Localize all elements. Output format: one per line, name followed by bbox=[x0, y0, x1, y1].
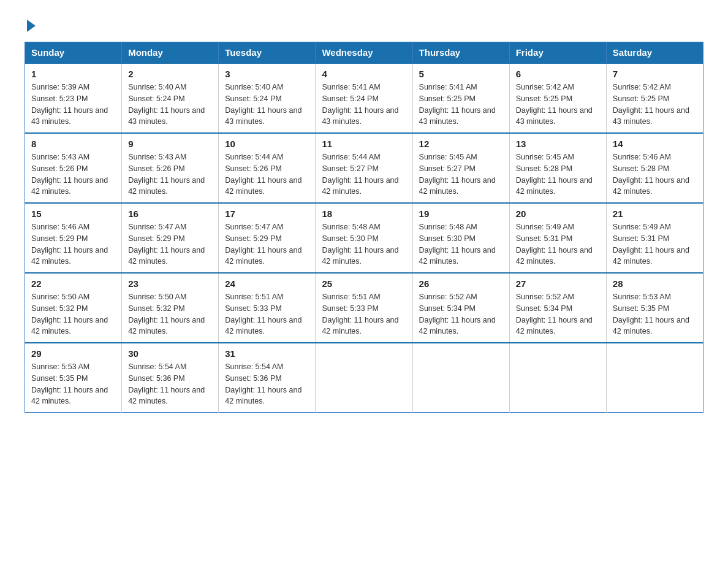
day-number: 26 bbox=[419, 278, 503, 289]
day-number: 14 bbox=[613, 139, 697, 149]
header-thursday: Thursday bbox=[412, 42, 509, 64]
day-number: 29 bbox=[31, 348, 115, 359]
day-number: 21 bbox=[613, 209, 697, 219]
calendar-day-cell: 26 Sunrise: 5:52 AM Sunset: 5:34 PM Dayl… bbox=[412, 273, 509, 343]
calendar-day-cell: 1 Sunrise: 5:39 AM Sunset: 5:23 PM Dayli… bbox=[25, 63, 122, 133]
calendar-week-row: 1 Sunrise: 5:39 AM Sunset: 5:23 PM Dayli… bbox=[25, 63, 703, 133]
day-info: Sunrise: 5:43 AM Sunset: 5:26 PM Dayligh… bbox=[128, 151, 212, 197]
day-info: Sunrise: 5:46 AM Sunset: 5:29 PM Dayligh… bbox=[31, 221, 115, 267]
header-wednesday: Wednesday bbox=[316, 42, 412, 64]
calendar-day-cell: 21 Sunrise: 5:49 AM Sunset: 5:31 PM Dayl… bbox=[606, 203, 703, 273]
day-info: Sunrise: 5:39 AM Sunset: 5:23 PM Dayligh… bbox=[31, 82, 115, 128]
calendar-day-cell bbox=[509, 343, 606, 413]
calendar-day-cell bbox=[412, 343, 509, 413]
day-info: Sunrise: 5:49 AM Sunset: 5:31 PM Dayligh… bbox=[516, 221, 600, 267]
day-info: Sunrise: 5:54 AM Sunset: 5:36 PM Dayligh… bbox=[128, 361, 212, 407]
calendar-day-cell: 23 Sunrise: 5:50 AM Sunset: 5:32 PM Dayl… bbox=[122, 273, 219, 343]
day-number: 1 bbox=[31, 69, 115, 79]
day-info: Sunrise: 5:41 AM Sunset: 5:24 PM Dayligh… bbox=[322, 82, 406, 128]
calendar-day-cell: 24 Sunrise: 5:51 AM Sunset: 5:33 PM Dayl… bbox=[219, 273, 316, 343]
day-info: Sunrise: 5:40 AM Sunset: 5:24 PM Dayligh… bbox=[225, 82, 309, 128]
day-number: 9 bbox=[128, 139, 212, 149]
day-number: 11 bbox=[322, 139, 406, 149]
day-number: 23 bbox=[128, 278, 212, 289]
day-number: 25 bbox=[322, 278, 406, 289]
day-info: Sunrise: 5:50 AM Sunset: 5:32 PM Dayligh… bbox=[31, 291, 115, 337]
calendar-table: Sunday Monday Tuesday Wednesday Thursday… bbox=[25, 42, 703, 413]
day-number: 20 bbox=[516, 209, 600, 219]
day-info: Sunrise: 5:52 AM Sunset: 5:34 PM Dayligh… bbox=[419, 291, 503, 337]
day-number: 8 bbox=[31, 139, 115, 149]
calendar-day-cell: 7 Sunrise: 5:42 AM Sunset: 5:25 PM Dayli… bbox=[606, 63, 703, 133]
calendar-day-cell: 25 Sunrise: 5:51 AM Sunset: 5:33 PM Dayl… bbox=[316, 273, 412, 343]
calendar-day-cell: 29 Sunrise: 5:53 AM Sunset: 5:35 PM Dayl… bbox=[25, 343, 122, 413]
calendar-day-cell: 19 Sunrise: 5:48 AM Sunset: 5:30 PM Dayl… bbox=[412, 203, 509, 273]
day-number: 12 bbox=[419, 139, 503, 149]
day-info: Sunrise: 5:40 AM Sunset: 5:24 PM Dayligh… bbox=[128, 82, 212, 128]
calendar-body: 1 Sunrise: 5:39 AM Sunset: 5:23 PM Dayli… bbox=[25, 63, 703, 413]
day-number: 19 bbox=[419, 209, 503, 219]
day-info: Sunrise: 5:43 AM Sunset: 5:26 PM Dayligh… bbox=[31, 151, 115, 197]
calendar-day-cell: 4 Sunrise: 5:41 AM Sunset: 5:24 PM Dayli… bbox=[316, 63, 412, 133]
day-info: Sunrise: 5:53 AM Sunset: 5:35 PM Dayligh… bbox=[613, 291, 697, 337]
logo bbox=[25, 18, 36, 32]
logo-blue-text bbox=[25, 18, 36, 32]
day-info: Sunrise: 5:50 AM Sunset: 5:32 PM Dayligh… bbox=[128, 291, 212, 337]
day-number: 13 bbox=[516, 139, 600, 149]
day-number: 31 bbox=[225, 348, 309, 359]
day-info: Sunrise: 5:45 AM Sunset: 5:27 PM Dayligh… bbox=[419, 151, 503, 197]
calendar-day-cell: 28 Sunrise: 5:53 AM Sunset: 5:35 PM Dayl… bbox=[606, 273, 703, 343]
day-info: Sunrise: 5:41 AM Sunset: 5:25 PM Dayligh… bbox=[419, 82, 503, 128]
calendar-day-cell bbox=[606, 343, 703, 413]
day-number: 7 bbox=[613, 69, 697, 79]
header-sunday: Sunday bbox=[25, 42, 122, 64]
calendar-day-cell: 2 Sunrise: 5:40 AM Sunset: 5:24 PM Dayli… bbox=[122, 63, 219, 133]
day-info: Sunrise: 5:47 AM Sunset: 5:29 PM Dayligh… bbox=[225, 221, 309, 267]
calendar-day-cell: 14 Sunrise: 5:46 AM Sunset: 5:28 PM Dayl… bbox=[606, 133, 703, 203]
day-info: Sunrise: 5:49 AM Sunset: 5:31 PM Dayligh… bbox=[613, 221, 697, 267]
day-number: 6 bbox=[516, 69, 600, 79]
day-number: 15 bbox=[31, 209, 115, 219]
page-header bbox=[25, 18, 703, 32]
calendar-week-row: 15 Sunrise: 5:46 AM Sunset: 5:29 PM Dayl… bbox=[25, 203, 703, 273]
calendar-week-row: 8 Sunrise: 5:43 AM Sunset: 5:26 PM Dayli… bbox=[25, 133, 703, 203]
calendar-day-cell: 27 Sunrise: 5:52 AM Sunset: 5:34 PM Dayl… bbox=[509, 273, 606, 343]
calendar-day-cell: 16 Sunrise: 5:47 AM Sunset: 5:29 PM Dayl… bbox=[122, 203, 219, 273]
calendar-day-cell: 5 Sunrise: 5:41 AM Sunset: 5:25 PM Dayli… bbox=[412, 63, 509, 133]
calendar-day-cell: 8 Sunrise: 5:43 AM Sunset: 5:26 PM Dayli… bbox=[25, 133, 122, 203]
day-number: 22 bbox=[31, 278, 115, 289]
calendar-day-cell: 30 Sunrise: 5:54 AM Sunset: 5:36 PM Dayl… bbox=[122, 343, 219, 413]
calendar-day-cell: 11 Sunrise: 5:44 AM Sunset: 5:27 PM Dayl… bbox=[316, 133, 412, 203]
calendar-day-cell: 31 Sunrise: 5:54 AM Sunset: 5:36 PM Dayl… bbox=[219, 343, 316, 413]
calendar-day-cell: 13 Sunrise: 5:45 AM Sunset: 5:28 PM Dayl… bbox=[509, 133, 606, 203]
day-info: Sunrise: 5:48 AM Sunset: 5:30 PM Dayligh… bbox=[322, 221, 406, 267]
day-info: Sunrise: 5:51 AM Sunset: 5:33 PM Dayligh… bbox=[322, 291, 406, 337]
day-info: Sunrise: 5:51 AM Sunset: 5:33 PM Dayligh… bbox=[225, 291, 309, 337]
day-number: 10 bbox=[225, 139, 309, 149]
header-saturday: Saturday bbox=[606, 42, 703, 64]
day-info: Sunrise: 5:53 AM Sunset: 5:35 PM Dayligh… bbox=[31, 361, 115, 407]
day-info: Sunrise: 5:44 AM Sunset: 5:27 PM Dayligh… bbox=[322, 151, 406, 197]
day-info: Sunrise: 5:42 AM Sunset: 5:25 PM Dayligh… bbox=[516, 82, 600, 128]
weekday-header-row: Sunday Monday Tuesday Wednesday Thursday… bbox=[25, 42, 703, 64]
calendar-day-cell: 9 Sunrise: 5:43 AM Sunset: 5:26 PM Dayli… bbox=[122, 133, 219, 203]
day-number: 2 bbox=[128, 69, 212, 79]
day-info: Sunrise: 5:46 AM Sunset: 5:28 PM Dayligh… bbox=[613, 151, 697, 197]
header-tuesday: Tuesday bbox=[219, 42, 316, 64]
calendar-day-cell: 22 Sunrise: 5:50 AM Sunset: 5:32 PM Dayl… bbox=[25, 273, 122, 343]
day-number: 16 bbox=[128, 209, 212, 219]
header-monday: Monday bbox=[122, 42, 219, 64]
day-info: Sunrise: 5:45 AM Sunset: 5:28 PM Dayligh… bbox=[516, 151, 600, 197]
day-number: 3 bbox=[225, 69, 309, 79]
calendar-day-cell: 6 Sunrise: 5:42 AM Sunset: 5:25 PM Dayli… bbox=[509, 63, 606, 133]
day-number: 27 bbox=[516, 278, 600, 289]
day-info: Sunrise: 5:44 AM Sunset: 5:26 PM Dayligh… bbox=[225, 151, 309, 197]
calendar-week-row: 22 Sunrise: 5:50 AM Sunset: 5:32 PM Dayl… bbox=[25, 273, 703, 343]
day-info: Sunrise: 5:42 AM Sunset: 5:25 PM Dayligh… bbox=[613, 82, 697, 128]
day-number: 18 bbox=[322, 209, 406, 219]
day-number: 24 bbox=[225, 278, 309, 289]
calendar-day-cell: 17 Sunrise: 5:47 AM Sunset: 5:29 PM Dayl… bbox=[219, 203, 316, 273]
calendar-day-cell: 3 Sunrise: 5:40 AM Sunset: 5:24 PM Dayli… bbox=[219, 63, 316, 133]
logo-triangle-icon bbox=[27, 20, 36, 32]
day-info: Sunrise: 5:47 AM Sunset: 5:29 PM Dayligh… bbox=[128, 221, 212, 267]
